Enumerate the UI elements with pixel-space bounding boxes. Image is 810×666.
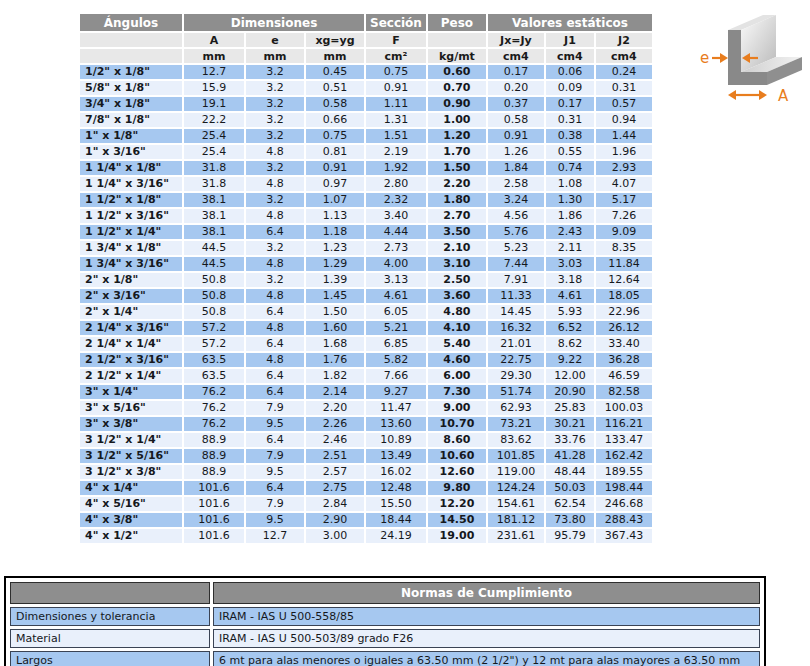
value-cell: 2.14 [306,385,364,399]
table-row: 1 3/4" x 1/8"44.53.21.232.732.105.232.11… [80,241,652,255]
value-cell: 4.61 [546,289,594,303]
value-cell: 3.40 [366,209,426,223]
value-cell: 12.20 [428,497,486,511]
thickness-arrowhead-left [720,53,728,63]
table-row: 2 1/4" x 3/16"57.24.81.605.214.1016.326.… [80,321,652,335]
unit-label: cm4 [546,49,594,63]
value-cell: 1.39 [306,273,364,287]
value-cell: 1.11 [366,97,426,111]
normas-table-frame: Normas de Cumplimiento Dimensiones y tol… [4,576,766,666]
value-cell: 3.2 [246,81,304,95]
value-cell: 48.44 [546,465,594,479]
value-cell: 10.70 [428,417,486,431]
value-cell: 63.5 [184,369,244,383]
value-cell: 1.82 [306,369,364,383]
value-cell: 7.9 [246,401,304,415]
value-cell: 82.58 [596,385,652,399]
angle-size-cell: 4" x 1/2" [80,529,182,543]
width-label: A [778,87,789,104]
value-cell: 4.80 [428,305,486,319]
subheader-row: Aexg=ygFJx=JyJ1J2 [80,33,652,47]
value-cell: 7.26 [596,209,652,223]
value-cell: 3.50 [428,225,486,239]
column-group-header: Peso [428,14,486,31]
value-cell: 4.8 [246,209,304,223]
value-cell: 2.84 [306,497,364,511]
value-cell: 9.22 [546,353,594,367]
value-cell: 6.4 [246,481,304,495]
value-cell: 9.5 [246,417,304,431]
width-arrowhead-left [728,90,736,100]
column-header: A [184,33,244,47]
value-cell: 0.91 [366,81,426,95]
table-row: 1 1/2" x 1/4"38.16.41.184.443.505.762.43… [80,225,652,239]
angle-size-cell: 4" x 1/4" [80,481,182,495]
value-cell: 2.43 [546,225,594,239]
value-cell: 44.5 [184,257,244,271]
thickness-label: e [700,49,709,67]
table-row: 1" x 3/16"25.44.80.812.191.701.260.551.9… [80,145,652,159]
value-cell: 4.8 [246,321,304,335]
value-cell: 57.2 [184,321,244,335]
header-group-row: ÁngulosDimensionesSecciónPesoValores est… [80,14,652,31]
value-cell: 2.70 [428,209,486,223]
value-cell: 1.08 [546,177,594,191]
value-cell: 88.9 [184,449,244,463]
table-row: 1 1/2" x 3/16"38.14.81.133.402.704.561.8… [80,209,652,223]
value-cell: 18.44 [366,513,426,527]
value-cell: 5.17 [596,193,652,207]
value-cell: 0.51 [306,81,364,95]
value-cell: 12.64 [596,273,652,287]
value-cell: 1.30 [546,193,594,207]
value-cell: 5.23 [488,241,544,255]
angle-size-cell: 3" x 5/16" [80,401,182,415]
value-cell: 1.44 [596,129,652,143]
width-arrowhead-right [759,90,767,100]
column-header [80,33,182,47]
value-cell: 1.80 [428,193,486,207]
table-row: 4" x 1/4"101.66.42.7512.489.80124.2450.0… [80,481,652,495]
angle-size-cell: 1 1/2" x 1/8" [80,193,182,207]
value-cell: 25.4 [184,129,244,143]
normas-row-value: IRAM - IAS U 500-558/85 [213,607,760,626]
table-row: 1 1/4" x 1/8"31.83.20.911.921.501.840.74… [80,161,652,175]
value-cell: 25.4 [184,145,244,159]
value-cell: 25.83 [546,401,594,415]
value-cell: 0.70 [428,81,486,95]
value-cell: 181.12 [488,513,544,527]
value-cell: 3.2 [246,193,304,207]
value-cell: 10.89 [366,433,426,447]
table-row: 3" x 1/4"76.26.42.149.277.3051.7420.9082… [80,385,652,399]
value-cell: 3.2 [246,161,304,175]
normas-row-value: 6 mt para alas menores o iguales a 63.50… [213,651,760,666]
value-cell: 41.28 [546,449,594,463]
value-cell: 29.30 [488,369,544,383]
value-cell: 50.03 [546,481,594,495]
value-cell: 3.13 [366,273,426,287]
value-cell: 12.7 [246,529,304,543]
value-cell: 7.66 [366,369,426,383]
value-cell: 0.45 [306,65,364,79]
value-cell: 83.62 [488,433,544,447]
value-cell: 3.2 [246,97,304,111]
angle-size-cell: 7/8" x 1/8" [80,113,182,127]
value-cell: 95.79 [546,529,594,543]
angle-size-cell: 2" x 3/16" [80,289,182,303]
normas-row-value: IRAM - IAS U 500-503/89 grado F26 [213,629,760,648]
table-row: 3 1/2" x 1/4"88.96.42.4610.898.6083.6233… [80,433,652,447]
unit-label: kg/mt [428,49,486,63]
value-cell: 16.02 [366,465,426,479]
value-cell: 4.07 [596,177,652,191]
value-cell: 0.75 [306,129,364,143]
value-cell: 101.6 [184,481,244,495]
unit-label: cm4 [488,49,544,63]
table-row: 1 1/2" x 1/8"38.13.21.072.321.803.241.30… [80,193,652,207]
table-row: 4" x 5/16"101.67.92.8415.5012.20154.6162… [80,497,652,511]
value-cell: 11.33 [488,289,544,303]
value-cell: 2.10 [428,241,486,255]
value-cell: 6.85 [366,337,426,351]
table-row: 1 3/4" x 3/16"44.54.81.294.003.107.443.0… [80,257,652,271]
value-cell: 62.54 [546,497,594,511]
value-cell: 0.06 [546,65,594,79]
angle-size-cell: 3/4" x 1/8" [80,97,182,111]
